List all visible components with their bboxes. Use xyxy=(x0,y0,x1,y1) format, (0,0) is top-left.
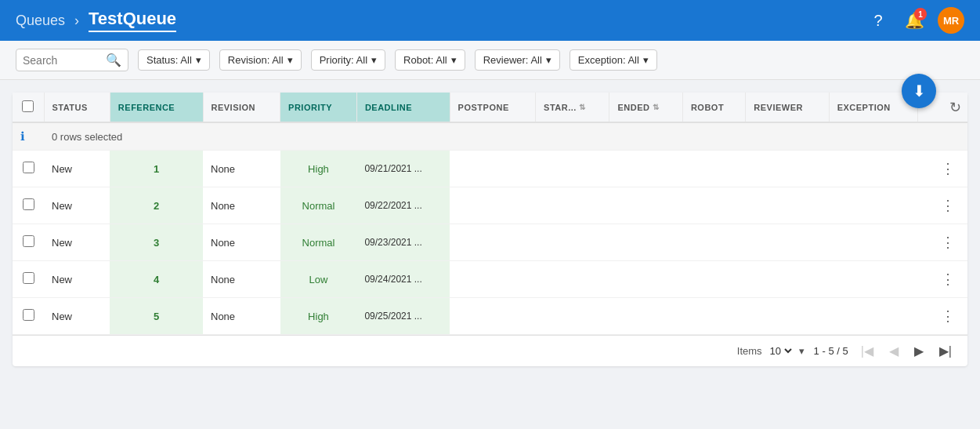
row-robot xyxy=(682,187,745,224)
row-status: New xyxy=(44,187,110,224)
row-checkbox[interactable] xyxy=(23,235,34,247)
info-icon: ℹ xyxy=(20,129,25,143)
row-ended xyxy=(609,298,682,335)
last-page-button[interactable]: ▶| xyxy=(936,342,955,360)
col-header-status: STATUS xyxy=(44,93,110,122)
first-page-button[interactable]: |◀ xyxy=(858,342,877,360)
row-started xyxy=(536,298,609,335)
row-menu-button[interactable]: ⋮ xyxy=(936,269,960,289)
row-status: New xyxy=(44,151,110,187)
col-header-reference: REFERENCE xyxy=(110,93,203,122)
row-ended xyxy=(609,187,682,224)
row-menu-button[interactable]: ⋮ xyxy=(936,195,960,216)
row-priority: Low xyxy=(280,261,357,298)
user-avatar-button[interactable]: MR xyxy=(938,7,964,34)
row-postpone xyxy=(450,298,535,335)
next-page-icon: ▶ xyxy=(914,344,924,358)
robot-filter[interactable]: Robot: All ▾ xyxy=(395,49,465,71)
row-checkbox[interactable] xyxy=(23,198,34,210)
revision-filter[interactable]: Revision: All ▾ xyxy=(219,49,302,71)
row-exception xyxy=(829,298,917,335)
row-robot xyxy=(682,224,745,261)
download-button[interactable]: ⬇ xyxy=(902,74,936,108)
select-all-checkbox[interactable] xyxy=(22,100,34,112)
table-header-row: STATUS REFERENCE REVISION PRIORITY DEADL… xyxy=(13,93,967,122)
pagination-footer: Items 10 25 50 ▾ 1 - 5 / 5 |◀ ◀ ▶ ▶| xyxy=(13,335,967,366)
col-header-ended[interactable]: ENDED ⇅ xyxy=(609,93,682,122)
col-header-priority: PRIORITY xyxy=(280,93,357,122)
row-status: New xyxy=(44,261,110,298)
row-reviewer xyxy=(746,151,829,187)
row-reference: 5 xyxy=(110,298,203,335)
search-icon: 🔍 xyxy=(106,53,121,67)
chevron-down-icon: ▾ xyxy=(451,54,457,66)
chevron-down-icon: ▾ xyxy=(799,345,805,357)
help-icon: ? xyxy=(873,12,882,30)
info-row: ℹ 0 rows selected xyxy=(13,122,967,151)
row-deadline: 09/23/2021 ... xyxy=(356,224,450,261)
row-actions: ⋮ xyxy=(917,224,967,261)
row-checkbox[interactable] xyxy=(23,272,34,284)
row-reference: 2 xyxy=(110,187,203,224)
row-revision: None xyxy=(203,261,280,298)
chevron-down-icon: ▾ xyxy=(546,54,551,66)
row-revision: None xyxy=(203,224,280,261)
table-row: New 2 None Normal 09/22/2021 ... ⋮ xyxy=(13,187,967,224)
download-icon: ⬇ xyxy=(913,82,926,100)
row-actions: ⋮ xyxy=(917,187,967,224)
row-priority: Normal xyxy=(280,224,357,261)
table-row: New 5 None High 09/25/2021 ... ⋮ xyxy=(13,298,967,335)
items-per-page-select[interactable]: 10 25 50 xyxy=(767,344,794,358)
status-filter[interactable]: Status: All ▾ xyxy=(138,49,210,71)
breadcrumb-parent[interactable]: Queues xyxy=(16,13,65,29)
col-header-revision: REVISION xyxy=(203,93,280,122)
select-all-header xyxy=(13,93,44,122)
col-header-reviewer: REVIEWER xyxy=(746,93,829,122)
pagination-range: 1 - 5 / 5 xyxy=(814,345,848,357)
row-deadline: 09/25/2021 ... xyxy=(356,298,450,335)
info-text: 0 rows selected xyxy=(44,122,967,151)
row-checkbox-cell xyxy=(13,187,44,224)
search-input[interactable] xyxy=(23,54,101,67)
refresh-button[interactable]: ↻ xyxy=(949,99,961,116)
col-header-deadline: DEADLINE xyxy=(356,93,450,122)
last-page-icon: ▶| xyxy=(939,344,952,358)
row-exception xyxy=(829,261,917,298)
col-header-postpone: POSTPONE xyxy=(450,93,535,122)
row-deadline: 09/24/2021 ... xyxy=(356,261,450,298)
table-row: New 4 None Low 09/24/2021 ... ⋮ xyxy=(13,261,967,298)
notifications-button[interactable]: 🔔 1 xyxy=(902,8,927,33)
reviewer-filter[interactable]: Reviewer: All ▾ xyxy=(475,49,560,71)
row-checkbox[interactable] xyxy=(23,309,34,321)
row-revision: None xyxy=(203,187,280,224)
row-menu-button[interactable]: ⋮ xyxy=(936,158,960,179)
row-menu-button[interactable]: ⋮ xyxy=(936,306,960,326)
row-actions: ⋮ xyxy=(917,298,967,335)
row-checkbox-cell xyxy=(13,151,44,187)
row-reviewer xyxy=(746,187,829,224)
row-robot xyxy=(682,298,745,335)
robot-filter-label: Robot: All xyxy=(403,54,447,66)
exception-filter[interactable]: Exception: All ▾ xyxy=(570,49,657,71)
row-started xyxy=(536,261,609,298)
row-ended xyxy=(609,224,682,261)
prev-page-button[interactable]: ◀ xyxy=(886,342,902,360)
row-checkbox-cell xyxy=(13,261,44,298)
row-reference: 3 xyxy=(110,224,203,261)
info-icon-cell: ℹ xyxy=(13,122,44,151)
priority-filter[interactable]: Priority: All ▾ xyxy=(311,49,385,71)
help-button[interactable]: ? xyxy=(866,8,891,33)
row-postpone xyxy=(450,187,535,224)
next-page-button[interactable]: ▶ xyxy=(911,342,927,360)
search-box: 🔍 xyxy=(16,49,128,71)
priority-filter-label: Priority: All xyxy=(320,54,367,66)
row-deadline: 09/22/2021 ... xyxy=(356,187,450,224)
col-header-robot: ROBOT xyxy=(682,93,745,122)
row-actions: ⋮ xyxy=(917,261,967,298)
col-header-started[interactable]: STAR... ⇅ xyxy=(536,93,609,122)
row-menu-button[interactable]: ⋮ xyxy=(936,232,960,253)
row-checkbox[interactable] xyxy=(23,162,34,173)
reviewer-filter-label: Reviewer: All xyxy=(483,54,542,66)
notification-badge: 1 xyxy=(914,8,927,20)
row-robot xyxy=(682,261,745,298)
